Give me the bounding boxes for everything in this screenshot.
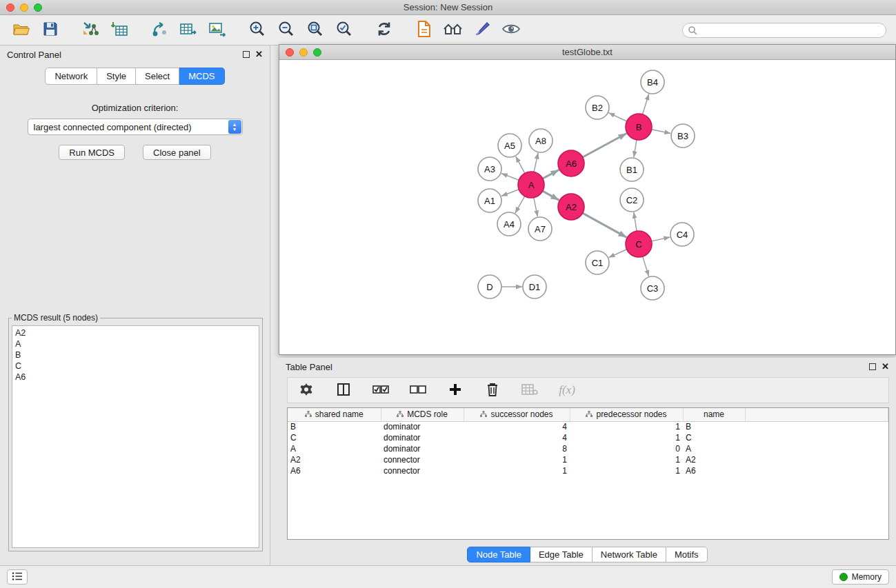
- table-close-panel-icon[interactable]: ✕: [882, 363, 889, 370]
- task-history-button[interactable]: [7, 569, 28, 585]
- tab-network[interactable]: Network: [45, 68, 97, 85]
- network-close-button[interactable]: [286, 48, 294, 57]
- network-canvas[interactable]: B4B2BB3A5A8A6B1A3AA1C2A2A4A7C4C1CC3DD1: [279, 60, 895, 354]
- table-cell[interactable]: [745, 454, 888, 465]
- export-network-button[interactable]: [145, 18, 174, 43]
- result-item[interactable]: A: [15, 338, 256, 349]
- graph-edge-C-C4[interactable]: [652, 237, 670, 241]
- select-all-columns-button[interactable]: [372, 381, 390, 399]
- graph-node-A8[interactable]: A8: [529, 129, 552, 152]
- table-cell[interactable]: 1: [464, 454, 570, 465]
- graph-edge-A-A6[interactable]: [543, 170, 559, 179]
- table-row[interactable]: Adominator80A: [288, 443, 888, 454]
- node-table[interactable]: shared name MCDS role successor nodes pr…: [287, 407, 889, 540]
- col-name[interactable]: name: [683, 408, 745, 421]
- result-item[interactable]: A6: [15, 372, 256, 383]
- zoom-fit-button[interactable]: [301, 18, 330, 43]
- graph-node-A1[interactable]: A1: [478, 189, 501, 212]
- table-cell[interactable]: dominator: [381, 421, 464, 432]
- tab-select[interactable]: Select: [136, 68, 179, 85]
- table-cell[interactable]: C: [288, 432, 381, 443]
- table-float-panel-icon[interactable]: [869, 363, 876, 370]
- run-mcds-button[interactable]: Run MCDS: [59, 145, 125, 160]
- network-graph[interactable]: B4B2BB3A5A8A6B1A3AA1C2A2A4A7C4C1CC3DD1: [279, 60, 895, 354]
- network-zoom-button[interactable]: [313, 48, 321, 57]
- graph-node-A6[interactable]: A6: [558, 150, 584, 176]
- graph-edge-B-B2[interactable]: [608, 113, 626, 121]
- table-cell[interactable]: 1: [570, 432, 683, 443]
- graph-node-C3[interactable]: C3: [641, 276, 664, 300]
- graph-node-A2[interactable]: A2: [558, 194, 584, 220]
- graph-edge-A-A4[interactable]: [515, 196, 525, 214]
- graph-node-B3[interactable]: B3: [671, 124, 695, 148]
- tab-style[interactable]: Style: [97, 68, 136, 85]
- col-shared-name[interactable]: shared name: [288, 408, 381, 421]
- graph-edge-A-A5[interactable]: [516, 156, 525, 173]
- graph-edge-A-A8[interactable]: [534, 153, 538, 172]
- table-row[interactable]: Bdominator41B: [288, 421, 888, 432]
- graph-node-C1[interactable]: C1: [586, 251, 609, 274]
- graph-node-A7[interactable]: A7: [528, 217, 552, 241]
- graph-node-A3[interactable]: A3: [478, 157, 501, 181]
- table-cell[interactable]: A6: [683, 465, 745, 476]
- graph-node-C[interactable]: C: [626, 231, 652, 257]
- graph-edge-C-C1[interactable]: [608, 250, 626, 258]
- delete-column-button[interactable]: [484, 381, 501, 399]
- table-cell[interactable]: [745, 465, 888, 476]
- table-cell[interactable]: 4: [464, 432, 570, 443]
- table-cell[interactable]: A6: [288, 465, 381, 476]
- eye-button[interactable]: [497, 18, 526, 43]
- add-column-button[interactable]: [446, 381, 464, 399]
- tab-network-table[interactable]: Network Table: [593, 547, 666, 562]
- result-item[interactable]: A2: [15, 327, 256, 338]
- result-item[interactable]: B: [15, 349, 256, 361]
- graph-edge-A-A2[interactable]: [543, 191, 559, 200]
- export-image-button[interactable]: [203, 18, 232, 43]
- table-cell[interactable]: connector: [381, 465, 464, 476]
- col-mcds-role[interactable]: MCDS role: [381, 408, 464, 421]
- open-session-button[interactable]: [7, 18, 36, 43]
- memory-button[interactable]: Memory: [832, 569, 889, 585]
- table-cell[interactable]: 1: [570, 421, 683, 432]
- table-cell[interactable]: C: [683, 432, 745, 443]
- graph-edge-A2-C[interactable]: [583, 213, 627, 237]
- graph-node-C4[interactable]: C4: [670, 223, 694, 246]
- show-columns-button[interactable]: [335, 381, 352, 399]
- col-successor-nodes[interactable]: successor nodes: [464, 408, 570, 421]
- table-settings-button[interactable]: [297, 381, 315, 399]
- table-cell[interactable]: 8: [464, 443, 570, 454]
- table-cell[interactable]: 1: [570, 454, 683, 465]
- refresh-button[interactable]: [370, 18, 399, 43]
- table-row[interactable]: A2connector11A2: [288, 454, 888, 465]
- table-row[interactable]: A6connector11A6: [288, 465, 888, 476]
- graph-node-B[interactable]: B: [626, 114, 652, 140]
- minimize-window-button[interactable]: [20, 3, 28, 12]
- home-button[interactable]: [439, 18, 468, 43]
- graph-node-C2[interactable]: C2: [620, 188, 644, 212]
- export-table-button[interactable]: [174, 18, 203, 43]
- zoom-in-button[interactable]: [243, 18, 272, 43]
- import-table-button[interactable]: [105, 18, 134, 43]
- table-cell[interactable]: 1: [464, 465, 570, 476]
- network-minimize-button[interactable]: [299, 48, 308, 57]
- graph-edge-B-B3[interactable]: [652, 130, 671, 134]
- graph-edge-A-A3[interactable]: [501, 173, 519, 180]
- tab-node-table[interactable]: Node Table: [467, 547, 530, 562]
- table-cell[interactable]: connector: [381, 454, 464, 465]
- table-cell[interactable]: 0: [570, 443, 683, 454]
- close-window-button[interactable]: [6, 3, 14, 12]
- style-brush-button[interactable]: [468, 18, 497, 43]
- graph-node-A5[interactable]: A5: [498, 134, 521, 157]
- tab-motifs[interactable]: Motifs: [666, 547, 708, 562]
- table-cell[interactable]: A2: [683, 454, 745, 465]
- zoom-selected-button[interactable]: [330, 18, 359, 43]
- import-network-button[interactable]: [76, 18, 105, 43]
- table-cell[interactable]: A: [683, 443, 745, 454]
- table-cell[interactable]: 1: [570, 465, 683, 476]
- graph-edge-A6-B[interactable]: [583, 134, 627, 157]
- tab-edge-table[interactable]: Edge Table: [530, 547, 593, 562]
- new-document-button[interactable]: [410, 18, 439, 43]
- graph-node-A4[interactable]: A4: [497, 212, 521, 236]
- graph-node-D[interactable]: D: [478, 275, 501, 298]
- table-cell[interactable]: [745, 443, 888, 454]
